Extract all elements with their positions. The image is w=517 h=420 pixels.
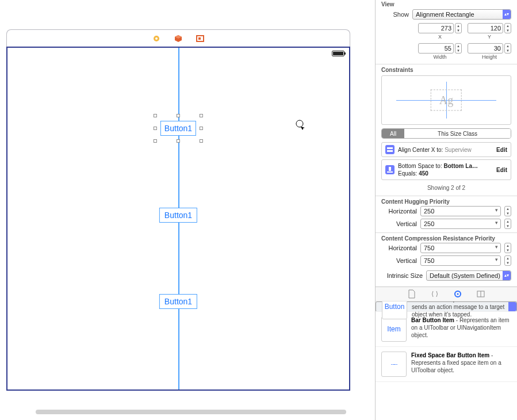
horizontal-scrollbar[interactable] — [36, 410, 346, 414]
showing-count: Showing 2 of 2 — [376, 182, 517, 193]
svg-rect-6 — [387, 150, 393, 152]
selected-button[interactable]: Button1 — [160, 121, 196, 136]
resize-handle-sw[interactable] — [154, 139, 157, 143]
comp-v-stepper[interactable]: ▲▼ — [504, 255, 511, 266]
button1-middle[interactable]: Button1 — [159, 208, 197, 223]
y-field[interactable]: 120 — [468, 23, 503, 33]
file-template-icon[interactable] — [407, 289, 416, 299]
comp-h-label: Horizontal — [381, 245, 417, 251]
comp-h-combo[interactable]: 750 — [420, 243, 501, 253]
constraint-ag-placeholder: Ag — [431, 90, 462, 111]
show-select[interactable]: Alignment Rectangle ▴▾ — [412, 9, 511, 20]
height-caption: Height — [482, 54, 497, 60]
constraint1-label: Align Center X to: — [398, 147, 443, 153]
library-item-button[interactable]: Button Button - Intercepts touch events … — [376, 301, 517, 312]
resize-handle-w[interactable] — [154, 127, 157, 130]
y-stepper[interactable]: ▲▼ — [504, 23, 511, 33]
object-library-list[interactable]: Button Button - Intercepts touch events … — [376, 301, 517, 420]
hug-v-label: Vertical — [381, 220, 417, 227]
height-field[interactable]: 30 — [468, 43, 503, 54]
pin-icon — [385, 165, 395, 174]
align-icon — [385, 145, 395, 154]
resize-handle-nw[interactable] — [154, 114, 157, 117]
cursor-icon — [294, 119, 306, 132]
status-bar — [332, 51, 344, 58]
library-item-text: Fixed Space Bar Button Item - Represents… — [411, 352, 511, 377]
resize-handle-s[interactable] — [177, 139, 180, 143]
section-view-label: View — [376, 0, 517, 7]
show-label: Show — [381, 11, 409, 18]
library-preview-barbutton: Item — [381, 316, 407, 342]
svg-point-1 — [155, 37, 158, 40]
sizeclass-segmented[interactable]: All This Size Class — [381, 128, 511, 139]
library-item-fixedspace[interactable]: ········· Fixed Space Bar Button Item - … — [376, 347, 517, 382]
button1-bottom[interactable]: Button1 — [159, 294, 197, 309]
x-stepper[interactable]: ▲▼ — [455, 23, 462, 33]
constraint2-equals-label: Equals: — [398, 170, 417, 177]
width-caption: Width — [433, 54, 446, 60]
rect-icon[interactable] — [196, 34, 205, 43]
constraint-row-centerx[interactable]: Align Center X to: Superview Edit — [381, 142, 511, 157]
objects-library-icon[interactable] — [453, 289, 462, 299]
seg-all[interactable]: All — [382, 129, 404, 138]
constraint2-edit-button[interactable]: Edit — [496, 167, 507, 173]
constraint2-value: Bottom La… — [444, 163, 478, 169]
device-view[interactable]: Button1 Button1 Button1 — [6, 47, 350, 391]
show-select-value: Alignment Rectangle — [416, 11, 474, 18]
y-caption: Y — [488, 34, 491, 40]
library-preview-fixedspace: ········· — [381, 352, 407, 377]
x-caption: X — [438, 34, 442, 40]
hugging-title: Content Hugging Priority — [376, 198, 517, 205]
library-preview-button: Button — [382, 301, 407, 319]
constraint-row-bottom[interactable]: Bottom Space to: Bottom La… Equals: 450 … — [381, 159, 511, 180]
comp-v-label: Vertical — [381, 257, 417, 264]
seg-thissize[interactable]: This Size Class — [404, 129, 511, 138]
resize-handle-e[interactable] — [200, 127, 203, 130]
button1-selected[interactable]: Button1 — [160, 121, 196, 136]
comp-h-stepper[interactable]: ▲▼ — [504, 243, 511, 253]
hug-h-combo[interactable]: 250 — [420, 206, 501, 216]
compress-title: Content Compression Resistance Priority — [376, 235, 517, 242]
hug-v-stepper[interactable]: ▲▼ — [504, 219, 511, 229]
width-stepper[interactable]: ▲▼ — [455, 43, 462, 54]
library-item-text: Bar Button Item - Represents an item on … — [411, 316, 511, 342]
constraint1-value: Superview — [445, 147, 472, 153]
constraints-diagram[interactable]: Ag — [381, 75, 511, 125]
svg-rect-3 — [198, 37, 201, 40]
canvas-toolbar — [6, 29, 350, 47]
svg-point-10 — [457, 293, 459, 295]
width-field[interactable]: 55 — [418, 43, 454, 54]
ib-canvas[interactable]: Button1 Button1 Button1 — [0, 0, 375, 420]
constraint1-edit-button[interactable]: Edit — [496, 147, 507, 153]
resize-handle-n[interactable] — [177, 114, 180, 117]
circle-icon[interactable] — [152, 34, 161, 43]
comp-v-combo[interactable]: 750 — [420, 255, 501, 266]
svg-rect-8 — [387, 171, 393, 173]
constraint2-label: Bottom Space to: — [398, 163, 442, 169]
svg-rect-7 — [389, 167, 391, 171]
height-stepper[interactable]: ▲▼ — [504, 43, 511, 54]
cube-icon[interactable] — [174, 34, 183, 43]
x-field[interactable]: 273 — [418, 23, 454, 33]
intrinsic-value: Default (System Defined) — [430, 272, 500, 279]
hug-h-label: Horizontal — [381, 208, 417, 215]
library-tabs — [376, 287, 517, 301]
svg-point-4 — [296, 120, 303, 127]
hug-v-combo[interactable]: 250 — [420, 219, 501, 229]
intrinsic-label: Intrinsic Size — [381, 272, 423, 279]
snippets-icon[interactable] — [430, 289, 439, 299]
resize-handle-ne[interactable] — [200, 114, 203, 117]
constraint2-equals-value: 450 — [419, 170, 428, 177]
intrinsic-select[interactable]: Default (System Defined) ▴▾ — [426, 270, 511, 281]
constraints-label: Constraints — [376, 67, 517, 73]
inspector-panel: View Show Alignment Rectangle ▴▾ 273 ▲▼ … — [375, 0, 517, 420]
hug-h-stepper[interactable]: ▲▼ — [504, 206, 511, 216]
resize-handle-se[interactable] — [200, 139, 203, 143]
library-item-text: Button - Intercepts touch events and sen… — [412, 301, 511, 318]
battery-icon — [332, 51, 344, 56]
svg-rect-5 — [387, 147, 393, 149]
media-library-icon[interactable] — [476, 289, 485, 299]
